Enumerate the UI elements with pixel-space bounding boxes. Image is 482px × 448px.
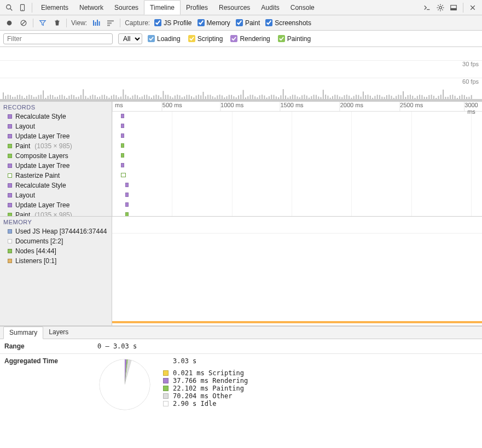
timeline-bar[interactable] <box>125 212 129 216</box>
filter-type-select[interactable]: All <box>118 33 142 44</box>
console-drawer-icon[interactable] <box>421 2 433 14</box>
filter-input[interactable] <box>3 33 113 44</box>
capture-label: Capture: <box>125 19 150 27</box>
tab-profiles[interactable]: Profiles <box>181 0 213 15</box>
tab-audits[interactable]: Audits <box>255 0 284 15</box>
svg-line-11 <box>442 9 443 10</box>
record-icon[interactable] <box>4 18 14 28</box>
bottom-tab-strip: SummaryLayers <box>0 326 482 339</box>
record-item[interactable]: Recalculate Style <box>0 112 112 121</box>
category-rendering[interactable]: Rendering <box>230 35 270 43</box>
tab-resources[interactable]: Resources <box>213 0 255 15</box>
view-label: View: <box>71 19 87 27</box>
record-item[interactable]: Rasterize Paint <box>0 171 112 181</box>
memory-item[interactable]: Used JS Heap [3744416:37444 <box>0 226 112 236</box>
memory-side-panel: MEMORY Used JS Heap [3744416:37444Docume… <box>0 217 112 325</box>
records-side-panel: RECORDS Recalculate StyleLayoutUpdate La… <box>0 102 112 216</box>
memory-listeners-strip <box>112 321 482 323</box>
record-item[interactable]: Composite Layers <box>0 151 112 161</box>
total-time: 3.03 s <box>173 357 196 365</box>
record-item[interactable]: Layout <box>0 190 112 200</box>
memory-item[interactable]: Nodes [44:44] <box>0 246 112 256</box>
view-flame-icon[interactable] <box>106 18 115 28</box>
svg-rect-25 <box>97 20 98 26</box>
tab-elements[interactable]: Elements <box>36 0 74 15</box>
record-item[interactable]: Paint(1035 × 985) <box>0 210 112 216</box>
filter-row: All LoadingScriptingRenderingPainting <box>0 31 482 47</box>
svg-rect-24 <box>95 22 96 26</box>
memory-item[interactable]: Documents [2:2] <box>0 236 112 246</box>
svg-rect-29 <box>107 25 110 26</box>
legend-row: 37.766 ms Rendering <box>163 377 248 385</box>
svg-line-20 <box>22 21 26 25</box>
capture-paint[interactable]: Paint <box>236 19 260 27</box>
devtools-tab-strip: ElementsNetworkSourcesTimelineProfilesRe… <box>0 0 482 15</box>
category-scripting[interactable]: Scripting <box>188 35 223 43</box>
timeline-bar[interactable] <box>121 133 124 138</box>
memory-chart-pane[interactable] <box>112 217 482 325</box>
tab-sources[interactable]: Sources <box>109 0 144 15</box>
svg-rect-26 <box>99 21 100 26</box>
svg-point-5 <box>439 6 442 9</box>
memory-item[interactable]: Listeners [0:1] <box>0 256 112 266</box>
timeline-bar[interactable] <box>121 124 124 128</box>
svg-point-0 <box>7 4 11 9</box>
aggregated-time-legend: 3.03 s 0.021 ms Scripting37.766 ms Rende… <box>163 357 248 408</box>
svg-rect-15 <box>451 8 457 10</box>
tab-timeline[interactable]: Timeline <box>144 0 181 15</box>
legend-row: 0.021 ms Scripting <box>163 369 248 377</box>
device-mode-icon[interactable] <box>16 2 28 14</box>
svg-line-1 <box>10 8 13 10</box>
record-item[interactable]: Update Layer Tree <box>0 131 112 141</box>
records-section: RECORDS Recalculate StyleLayoutUpdate La… <box>0 102 482 217</box>
range-key: Range <box>0 339 93 353</box>
records-header: RECORDS <box>0 102 112 112</box>
filter-icon[interactable] <box>38 18 48 28</box>
svg-line-10 <box>438 5 438 5</box>
legend-row: 22.102 ms Painting <box>163 385 248 392</box>
garbage-collect-icon[interactable] <box>52 18 62 28</box>
timeline-bar[interactable] <box>121 173 126 177</box>
record-item[interactable]: Update Layer Tree <box>0 200 112 210</box>
timeline-toolbar: View: Capture: JS ProfileMemoryPaintScre… <box>0 15 482 31</box>
timeline-bar[interactable] <box>121 114 124 118</box>
capture-js-profile[interactable]: JS Profile <box>154 19 191 27</box>
view-waterfall-icon[interactable] <box>91 18 101 28</box>
timeline-bar[interactable] <box>125 183 129 187</box>
legend-row: 70.204 ms Other <box>163 392 248 400</box>
category-loading[interactable]: Loading <box>148 35 181 43</box>
record-item[interactable]: Layout <box>0 121 112 131</box>
tab-network[interactable]: Network <box>74 0 109 15</box>
timeline-bar[interactable] <box>121 163 124 167</box>
overview-strip[interactable]: 30 fps 60 fps <box>0 47 482 102</box>
bottom-tab-layers[interactable]: Layers <box>43 327 74 339</box>
timeline-bar[interactable] <box>125 193 129 197</box>
record-item[interactable]: Paint(1035 × 985) <box>0 141 112 151</box>
memory-section: MEMORY Used JS Heap [3744416:37444Docume… <box>0 217 482 326</box>
svg-point-18 <box>7 20 12 25</box>
search-icon[interactable] <box>3 2 15 14</box>
legend-row: 2.90 s Idle <box>163 400 248 408</box>
svg-rect-27 <box>107 20 114 22</box>
range-value: 0 – 3.03 s <box>93 339 482 353</box>
bottom-tab-summary[interactable]: Summary <box>3 327 43 339</box>
records-timeline-pane[interactable]: ms500 ms1000 ms1500 ms2000 ms2500 ms3000… <box>112 102 482 216</box>
svg-line-12 <box>438 9 438 10</box>
record-item[interactable]: Recalculate Style <box>0 181 112 190</box>
capture-screenshots[interactable]: Screenshots <box>265 19 311 27</box>
timeline-bar[interactable] <box>121 153 124 158</box>
clear-icon[interactable] <box>19 18 28 28</box>
aggregated-time-pie-chart <box>97 357 152 412</box>
close-icon[interactable] <box>467 2 479 14</box>
timeline-bar[interactable] <box>121 143 124 148</box>
capture-memory[interactable]: Memory <box>198 19 230 27</box>
gear-icon[interactable] <box>434 2 446 14</box>
svg-rect-28 <box>107 22 112 24</box>
timeline-bar[interactable] <box>125 202 129 207</box>
tab-console[interactable]: Console <box>285 0 320 15</box>
fps-60-label: 60 fps <box>0 78 482 85</box>
dock-position-icon[interactable] <box>448 2 460 14</box>
category-painting[interactable]: Painting <box>278 35 311 43</box>
record-item[interactable]: Update Layer Tree <box>0 161 112 171</box>
svg-line-13 <box>442 5 443 5</box>
